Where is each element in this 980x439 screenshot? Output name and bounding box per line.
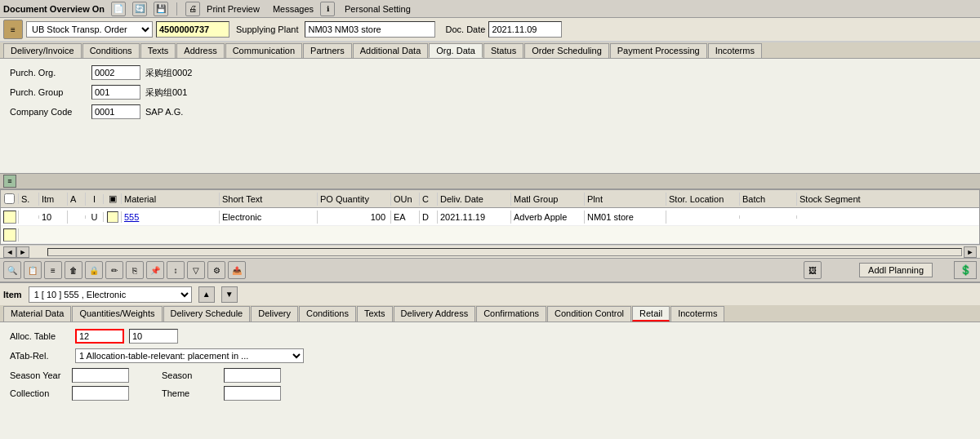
- purch-group-input[interactable]: [91, 85, 140, 100]
- col-material-header: Material: [122, 193, 220, 206]
- alloc-table-input1[interactable]: [75, 329, 124, 344]
- tab-order-scheduling[interactable]: Order Scheduling: [524, 43, 609, 58]
- dollar-btn[interactable]: 💲: [954, 261, 977, 279]
- lock-btn[interactable]: 🔒: [85, 261, 103, 279]
- row-matl-group: Adverb Apple: [511, 211, 585, 224]
- theme-group: Theme: [162, 386, 281, 401]
- atab-rel-label: ATab-Rel.: [10, 351, 75, 361]
- save-icon[interactable]: 💾: [154, 2, 168, 16]
- item-nav-down[interactable]: ▼: [221, 286, 238, 303]
- order-number-input[interactable]: [156, 21, 229, 38]
- info-icon[interactable]: ℹ: [320, 2, 335, 16]
- row-material[interactable]: 555: [122, 211, 220, 224]
- row-i: U: [86, 212, 104, 222]
- item-tab-delivery-schedule[interactable]: Delivery Schedule: [163, 306, 251, 321]
- item-tab-delivery-address[interactable]: Delivery Address: [394, 306, 476, 321]
- purch-org-name: 采购组0002: [145, 67, 192, 79]
- col-check: [1, 193, 19, 204]
- image-btn[interactable]: 🖼: [804, 261, 822, 279]
- item-tab-conditions[interactable]: Conditions: [299, 306, 356, 321]
- item-tab-delivery[interactable]: Delivery: [251, 306, 298, 321]
- tab-payment-processing[interactable]: Payment Processing: [610, 43, 707, 58]
- season-input[interactable]: [224, 368, 281, 383]
- bottom-toolbar: 🔍 📋 ≡ 🗑 🔒 ✏ ⎘ 📌 ↕ ▽ ⚙ 📤 🖼 Addl Planning …: [0, 258, 980, 282]
- season-group: Season: [162, 368, 281, 383]
- item-tab-material-data[interactable]: Material Data: [3, 306, 71, 321]
- empty-check: [1, 228, 19, 242]
- main-toolbar: ≡ UB Stock Transp. Order Supplying Plant…: [0, 18, 980, 42]
- item-tab-texts[interactable]: Texts: [357, 306, 393, 321]
- col-delv-header: Deliv. Date: [438, 193, 511, 206]
- scroll-left-nav[interactable]: ◄: [3, 246, 16, 258]
- settings-btn[interactable]: ⚙: [207, 261, 225, 279]
- doc-date-input[interactable]: [488, 21, 562, 38]
- row-icon2: [104, 211, 122, 223]
- item-select[interactable]: 1 [ 10 ] 555 , Electronic: [29, 286, 192, 303]
- company-code-label: Company Code: [10, 107, 91, 117]
- top-bar: Document Overview On 📄 🔄 💾 🖨 Print Previ…: [0, 0, 980, 18]
- toolbar-menu-icon[interactable]: ≡: [3, 20, 23, 39]
- item-tab-quantities[interactable]: Quantities/Weights: [72, 306, 162, 321]
- tab-communication[interactable]: Communication: [225, 43, 302, 58]
- tab-partners[interactable]: Partners: [303, 43, 352, 58]
- theme-label: Theme: [162, 388, 219, 398]
- edit-btn[interactable]: ✏: [105, 261, 123, 279]
- tab-org-data[interactable]: Org. Data: [429, 43, 483, 58]
- purch-org-input[interactable]: [91, 65, 140, 80]
- purch-group-label: Purch. Group: [10, 87, 91, 97]
- row-check: [1, 211, 19, 224]
- item-tab-confirmations[interactable]: Confirmations: [476, 306, 546, 321]
- row-yellow-icon: [107, 211, 118, 223]
- theme-input[interactable]: [224, 386, 281, 401]
- season-year-input[interactable]: [72, 368, 129, 383]
- item-tab-condition-control[interactable]: Condition Control: [547, 306, 631, 321]
- export-btn[interactable]: 📤: [228, 261, 246, 279]
- tab-delivery-invoice[interactable]: Delivery/Invoice: [3, 43, 82, 58]
- col-shorttext-header: Short Text: [220, 193, 318, 206]
- supplying-plant-input[interactable]: [305, 21, 435, 38]
- paste-btn[interactable]: 📌: [146, 261, 164, 279]
- atab-rel-select[interactable]: 1 Allocation-table-relevant: placement i…: [75, 348, 304, 363]
- tab-status[interactable]: Status: [483, 43, 523, 58]
- tab-incoterms[interactable]: Incoterms: [708, 43, 762, 58]
- filter-btn[interactable]: ▽: [187, 261, 205, 279]
- select-all-checkbox[interactable]: [4, 193, 15, 204]
- retail-content: Alloc. Table ATab-Rel. 1 Allocation-tabl…: [0, 322, 980, 407]
- company-code-input[interactable]: [91, 104, 140, 119]
- scroll-right-end[interactable]: ►: [964, 246, 977, 258]
- row-short-text: Electronic: [220, 211, 318, 224]
- org-data-content: Purch. Org. 采购组0002 Purch. Group 采购组001 …: [0, 59, 980, 173]
- delete-btn[interactable]: 🗑: [65, 261, 82, 279]
- item-tab-incoterms[interactable]: Incoterms: [670, 306, 724, 321]
- item-nav-up[interactable]: ▲: [198, 286, 215, 303]
- col-oun-header: OUn: [391, 193, 420, 206]
- col-a-header: A: [68, 193, 86, 206]
- tab-conditions[interactable]: Conditions: [82, 43, 140, 58]
- alloc-table-label: Alloc. Table: [10, 331, 75, 341]
- zoom-btn[interactable]: 🔍: [3, 261, 21, 279]
- h-scrollbar[interactable]: [47, 248, 962, 256]
- refresh-icon[interactable]: 🔄: [132, 2, 147, 16]
- copy-btn[interactable]: ⎘: [126, 261, 144, 279]
- alloc-table-input2[interactable]: [129, 329, 178, 344]
- season-label: Season: [162, 370, 219, 380]
- sort-btn[interactable]: ↕: [167, 261, 185, 279]
- tab-address[interactable]: Address: [176, 43, 224, 58]
- print-preview-link[interactable]: Print Preview: [207, 4, 260, 14]
- order-type-select[interactable]: UB Stock Transp. Order: [26, 21, 153, 38]
- item-tab-retail[interactable]: Retail: [632, 306, 670, 321]
- doc-date-label: Doc. Date: [445, 24, 485, 34]
- col-itm-header: Itm: [39, 193, 68, 206]
- print-icon[interactable]: 🖨: [185, 2, 200, 16]
- list-btn[interactable]: ≡: [44, 261, 62, 279]
- scroll-right-nav[interactable]: ►: [16, 246, 29, 258]
- tab-additional-data[interactable]: Additional Data: [353, 43, 429, 58]
- page-icon[interactable]: 📄: [111, 2, 126, 16]
- personal-setting-link[interactable]: Personal Setting: [345, 4, 411, 14]
- item-detail-tabs: Material Data Quantities/Weights Deliver…: [0, 305, 980, 322]
- collection-input[interactable]: [72, 386, 129, 401]
- addl-planning-button[interactable]: Addl Planning: [859, 263, 933, 277]
- tab-texts[interactable]: Texts: [140, 43, 176, 58]
- detail-btn[interactable]: 📋: [24, 261, 42, 279]
- messages-link[interactable]: Messages: [273, 4, 314, 14]
